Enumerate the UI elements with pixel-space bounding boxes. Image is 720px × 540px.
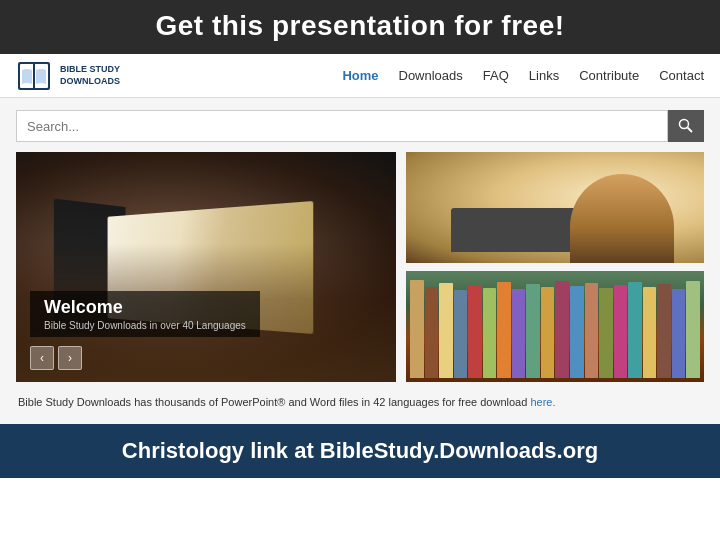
book-spine bbox=[425, 287, 439, 378]
book-spine bbox=[497, 282, 511, 378]
nav-downloads[interactable]: Downloads bbox=[399, 68, 463, 83]
book-spine bbox=[614, 285, 628, 378]
book-spine bbox=[585, 283, 599, 378]
logo-icon bbox=[16, 58, 52, 94]
nav-links: Home Downloads FAQ Links Contribute Cont… bbox=[342, 68, 704, 83]
search-icon bbox=[678, 118, 694, 134]
book-spine bbox=[570, 286, 584, 378]
footer-prefix: Bible Study Downloads has thousands of P… bbox=[18, 396, 277, 408]
book-spine bbox=[628, 282, 642, 378]
bottom-banner-text: Christology link at BibleStudy.Downloads… bbox=[122, 438, 598, 463]
carousel-controls: ‹ › bbox=[30, 346, 82, 370]
hero-main-image: Welcome Bible Study Downloads in over 40… bbox=[16, 152, 396, 382]
book-spine bbox=[410, 280, 424, 378]
logo-area: BIBLE STUDY DOWNLOADS bbox=[16, 58, 120, 94]
book-spine bbox=[643, 287, 657, 378]
books-visual bbox=[406, 271, 704, 382]
carousel-prev-button[interactable]: ‹ bbox=[30, 346, 54, 370]
thumb-top-image bbox=[406, 152, 704, 263]
footer-suffix: and Word files in 42 languages for free … bbox=[285, 396, 527, 408]
nav-links[interactable]: Links bbox=[529, 68, 559, 83]
nav-contribute[interactable]: Contribute bbox=[579, 68, 639, 83]
search-button[interactable] bbox=[668, 110, 704, 142]
nav-home[interactable]: Home bbox=[342, 68, 378, 83]
book-spine bbox=[541, 287, 555, 378]
logo-text: BIBLE STUDY DOWNLOADS bbox=[60, 64, 120, 87]
thumb-bottom-image bbox=[406, 271, 704, 382]
book-spine bbox=[454, 290, 468, 378]
nav-contact[interactable]: Contact bbox=[659, 68, 704, 83]
book-spine bbox=[483, 288, 497, 378]
book-spine bbox=[526, 284, 540, 378]
svg-rect-2 bbox=[33, 64, 35, 88]
welcome-box: Welcome Bible Study Downloads in over 40… bbox=[30, 291, 260, 337]
book-spine bbox=[672, 289, 686, 378]
hero-right-thumbs bbox=[406, 152, 704, 382]
book-spine bbox=[555, 281, 569, 378]
navbar: BIBLE STUDY DOWNLOADS Home Downloads FAQ… bbox=[0, 54, 720, 98]
main-content: Welcome Bible Study Downloads in over 40… bbox=[0, 98, 720, 424]
top-banner-text: Get this presentation for free! bbox=[155, 10, 564, 41]
bottom-banner: Christology link at BibleStudy.Downloads… bbox=[0, 424, 720, 478]
book-spine bbox=[599, 288, 613, 378]
book-spine bbox=[439, 283, 453, 378]
search-bar bbox=[16, 110, 704, 142]
footer-here-link[interactable]: here. bbox=[530, 396, 555, 408]
search-input[interactable] bbox=[16, 110, 668, 142]
hero-section: Welcome Bible Study Downloads in over 40… bbox=[16, 152, 704, 382]
svg-line-4 bbox=[688, 128, 693, 133]
welcome-subtitle: Bible Study Downloads in over 40 Languag… bbox=[44, 320, 246, 331]
book-spine bbox=[657, 284, 671, 378]
welcome-title: Welcome bbox=[44, 297, 246, 318]
book-spine bbox=[686, 281, 700, 378]
book-spine bbox=[468, 285, 482, 378]
footer-description: Bible Study Downloads has thousands of P… bbox=[16, 392, 704, 412]
book-spine bbox=[512, 289, 526, 378]
carousel-next-button[interactable]: › bbox=[58, 346, 82, 370]
svg-point-3 bbox=[680, 120, 689, 129]
nav-faq[interactable]: FAQ bbox=[483, 68, 509, 83]
top-banner: Get this presentation for free! bbox=[0, 0, 720, 54]
